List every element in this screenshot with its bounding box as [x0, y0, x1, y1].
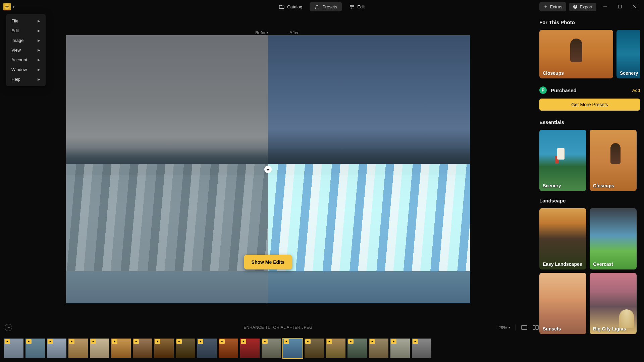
menu-file[interactable]: File▶	[6, 16, 46, 26]
maximize-button[interactable]	[614, 2, 626, 11]
edited-badge-icon: ✦	[241, 339, 246, 344]
edit-label: Edit	[357, 4, 365, 9]
export-label: Export	[580, 4, 592, 9]
edited-badge-icon: ✦	[133, 339, 139, 344]
sliders-icon	[349, 4, 355, 9]
edited-badge-icon: ✦	[176, 339, 182, 344]
edited-badge-icon: ✦	[112, 339, 117, 344]
zoom-dropdown[interactable]: 29%▾	[498, 325, 510, 330]
filmstrip-thumb[interactable]: ✦	[304, 338, 325, 359]
app-menu-caret[interactable]: ▾	[13, 5, 14, 9]
filmstrip-thumb[interactable]: ✦	[89, 338, 110, 359]
submenu-arrow-icon: ▶	[38, 68, 40, 71]
filmstrip-thumb[interactable]: ✦	[411, 338, 432, 359]
app-logo[interactable]	[3, 3, 11, 10]
filmstrip-thumb[interactable]: ✦	[390, 338, 411, 359]
edited-badge-icon: ✦	[370, 339, 375, 344]
filmstrip-thumb[interactable]: ✦	[3, 338, 24, 359]
filmstrip[interactable]: ✦✦✦✦✦✦✦✦✦✦✦✦✦✦✦✦✦✦✦✦	[3, 338, 556, 359]
filmstrip-thumb[interactable]: ✦	[347, 338, 368, 359]
filmstrip-thumb[interactable]: ✦	[25, 338, 46, 359]
close-icon	[633, 5, 637, 9]
filmstrip-thumb[interactable]: ✦	[218, 338, 239, 359]
menu-window[interactable]: Window▶	[6, 65, 46, 74]
menu-account[interactable]: Account▶	[6, 55, 46, 65]
svg-rect-4	[619, 5, 622, 8]
edited-badge-icon: ✦	[305, 339, 311, 344]
edited-badge-icon: ✦	[327, 339, 332, 344]
folder-icon	[279, 4, 284, 9]
before-label: Before	[255, 30, 268, 35]
sparkle-icon	[314, 4, 320, 9]
filmstrip-thumb[interactable]: ✦	[46, 338, 67, 359]
maximize-icon	[618, 5, 622, 9]
submenu-arrow-icon: ▶	[38, 29, 40, 33]
preset-card-big-city-lights[interactable]: Big City Lights	[590, 273, 637, 334]
edit-tab[interactable]: Edit	[344, 2, 369, 11]
edited-badge-icon: ✦	[219, 339, 225, 344]
extras-label: Extras	[550, 4, 562, 9]
edited-badge-icon: ✦	[91, 339, 96, 344]
catalog-label: Catalog	[287, 4, 302, 9]
landscape-title: Landscape	[539, 198, 640, 203]
preset-card-sunsets[interactable]: Sunsets	[539, 273, 586, 334]
preset-card-scenery[interactable]: Scenery	[616, 30, 640, 78]
presets-label: Presets	[322, 4, 337, 9]
edited-badge-icon: ✦	[48, 339, 53, 344]
after-image	[268, 35, 470, 303]
preset-card-overcast[interactable]: Overcast	[590, 208, 637, 269]
preset-card-easy-landscapes[interactable]: Easy Landscapes	[539, 208, 586, 269]
preset-card-scenery-ess[interactable]: Scenery	[539, 130, 586, 191]
export-icon	[573, 4, 578, 9]
preset-card-closeups[interactable]: Closeups	[539, 30, 613, 78]
submenu-arrow-icon: ▶	[38, 58, 40, 62]
svg-point-0	[351, 5, 352, 6]
preset-card-closeups-ess[interactable]: Closeups	[590, 130, 637, 191]
file-name: ENHANCE TUTORIAL AFTER.JPEG	[244, 325, 312, 330]
catalog-tab[interactable]: Catalog	[274, 2, 307, 11]
edited-badge-icon: ✦	[284, 339, 289, 344]
before-image	[66, 35, 268, 303]
extras-button[interactable]: ＋ Extras	[539, 2, 567, 11]
filmstrip-thumb[interactable]: ✦	[154, 338, 174, 359]
purchased-title: Purchased	[551, 87, 632, 93]
purchased-badge-icon: P	[539, 86, 547, 94]
filmstrip-thumb[interactable]: ✦	[325, 338, 346, 359]
single-view-icon	[521, 325, 527, 330]
minimize-button[interactable]	[599, 2, 611, 11]
export-button[interactable]: Export	[569, 3, 596, 11]
filmstrip-thumb[interactable]: ✦	[261, 338, 282, 359]
show-edits-button[interactable]: Show Me Edits	[244, 255, 292, 269]
filmstrip-thumb[interactable]: ✦	[175, 338, 196, 359]
chevron-down-icon: ▾	[508, 326, 510, 329]
filmstrip-thumb[interactable]: ✦	[368, 338, 389, 359]
image-canvas[interactable]: ◂▸ Show Me Edits	[66, 35, 470, 303]
edited-badge-icon: ✦	[26, 339, 32, 344]
single-view-button[interactable]	[521, 324, 527, 330]
menu-help[interactable]: Help▶	[6, 74, 46, 84]
menu-edit[interactable]: Edit▶	[6, 26, 46, 36]
close-button[interactable]	[629, 2, 641, 11]
essentials-title: Essentials	[539, 119, 640, 125]
filmstrip-thumb[interactable]: ✦	[197, 338, 217, 359]
menu-image[interactable]: Image▶	[6, 36, 46, 45]
presets-tab[interactable]: Presets	[310, 2, 342, 11]
filmstrip-thumb[interactable]: ✦	[239, 338, 260, 359]
compare-handle[interactable]: ◂▸	[264, 166, 272, 173]
filmstrip-thumb[interactable]: ✦	[68, 338, 89, 359]
add-preset-link[interactable]: Add	[632, 88, 640, 93]
edited-badge-icon: ✦	[198, 339, 203, 344]
filmstrip-thumb[interactable]: ✦	[132, 338, 153, 359]
edited-badge-icon: ✦	[348, 339, 354, 344]
after-label: After	[289, 30, 299, 35]
filmstrip-thumb[interactable]: ✦	[111, 338, 131, 359]
submenu-arrow-icon: ▶	[38, 39, 40, 42]
edited-badge-icon: ✦	[262, 339, 268, 344]
get-more-presets-button[interactable]: Get More Presets	[539, 99, 640, 111]
filmstrip-thumb[interactable]: ✦	[282, 338, 303, 359]
edited-badge-icon: ✦	[391, 339, 396, 344]
svg-point-2	[351, 8, 352, 9]
ellipsis-icon: ⋯	[6, 325, 10, 330]
more-options-button[interactable]: ⋯	[5, 324, 12, 331]
menu-view[interactable]: View▶	[6, 45, 46, 55]
